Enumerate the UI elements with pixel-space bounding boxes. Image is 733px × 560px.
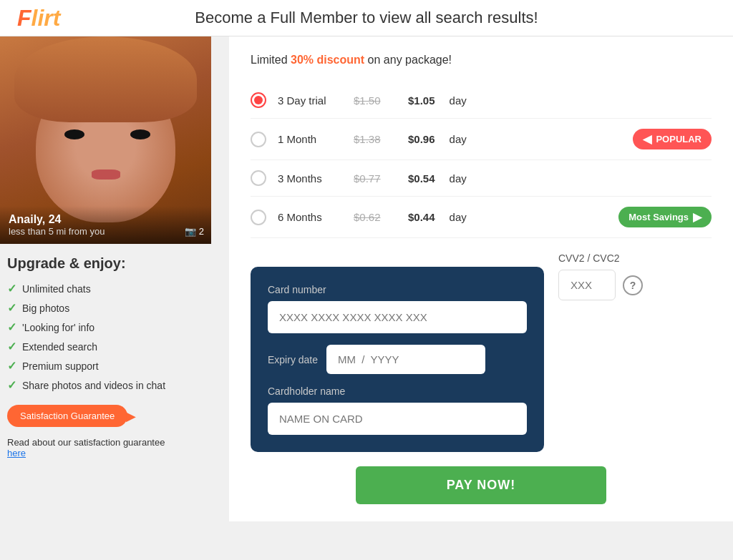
cvv-help-icon[interactable]: ? (623, 275, 643, 295)
plan-name-6months: 6 Months (278, 211, 342, 223)
plan-name-3day: 3 Day trial (278, 94, 342, 107)
page-header: Flirt Become a Full Member to view all s… (0, 0, 733, 36)
logo-f: F (17, 5, 31, 31)
discount-highlight: 30% discount (291, 54, 364, 66)
list-item: ✓Unlimited chats (7, 282, 222, 295)
cardholder-input[interactable] (268, 403, 527, 435)
cvv-label: CVV2 / CVC2 (558, 252, 643, 264)
expiry-row: Expiry date (268, 345, 527, 374)
plan-original-1month: $1.38 (354, 133, 397, 145)
plan-price-1month: $0.96 (408, 133, 435, 145)
plan-row-1month: 1 Month $1.38 $0.96 day POPULAR (251, 119, 712, 160)
plan-radio-3months[interactable] (251, 170, 266, 186)
page-title: Become a Full Member to view all search … (195, 9, 538, 27)
popular-badge: POPULAR (633, 129, 712, 149)
check-icon: ✓ (7, 378, 16, 392)
feature-list: ✓Unlimited chats ✓Big photos ✓'Looking f… (7, 282, 222, 392)
plan-radio-3day[interactable] (251, 92, 266, 108)
plan-original-6months: $0.62 (354, 211, 397, 223)
plan-unit-6months: day (450, 211, 467, 223)
plan-radio-1month[interactable] (251, 132, 266, 147)
plan-unit-1month: day (450, 133, 467, 145)
discount-banner: Limited 30% discount on any package! (251, 54, 712, 67)
camera-icon: 📷 (185, 226, 196, 237)
guarantee-text: Read about our satisfaction guarantee he… (7, 437, 222, 458)
profile-overlay: Anaily, 24 less than 5 mi from you (0, 206, 211, 244)
check-icon: ✓ (7, 320, 16, 334)
plan-unit-3day: day (450, 94, 467, 107)
card-number-input[interactable] (268, 301, 527, 333)
satisfaction-guarantee-button[interactable]: Satisfaction Guarantee (7, 405, 127, 427)
right-panel: Limited 30% discount on any package! 3 D… (229, 36, 733, 521)
sidebar: Anaily, 24 less than 5 mi from you 📷 2 U… (0, 36, 229, 521)
guarantee-link[interactable]: here (7, 448, 26, 458)
radio-inner (254, 96, 263, 104)
pay-now-button[interactable]: PAY NOW! (356, 466, 606, 504)
check-icon: ✓ (7, 282, 16, 295)
plan-name-1month: 1 Month (278, 133, 342, 145)
main-layout: Anaily, 24 less than 5 mi from you 📷 2 U… (0, 36, 733, 521)
plan-price-3months: $0.54 (408, 172, 435, 185)
profile-card: Anaily, 24 less than 5 mi from you 📷 2 (0, 36, 211, 244)
photo-count: 📷 2 (185, 226, 204, 237)
plan-row-3day: 3 Day trial $1.50 $1.05 day (251, 82, 712, 119)
cvv-row: ? (558, 270, 643, 300)
plan-price-6months: $0.44 (408, 211, 435, 223)
cvv-section: CVV2 / CVC2 ? (558, 252, 643, 300)
upgrade-section: Upgrade & enjoy: ✓Unlimited chats ✓Big p… (0, 244, 229, 466)
check-icon: ✓ (7, 340, 16, 353)
check-icon: ✓ (7, 301, 16, 315)
plan-unit-3months: day (450, 172, 467, 185)
list-item: ✓Big photos (7, 301, 222, 315)
list-item: ✓'Looking for' info (7, 320, 222, 334)
plan-original-3months: $0.77 (354, 172, 397, 185)
savings-badge: Most Savings (618, 207, 712, 227)
logo-lirt: lirt (31, 5, 61, 31)
plan-row-3months: 3 Months $0.77 $0.54 day (251, 160, 712, 197)
logo: Flirt (17, 5, 60, 31)
list-item: ✓Extended search (7, 340, 222, 353)
plan-original-3day: $1.50 (354, 94, 397, 107)
profile-distance: less than 5 mi from you (9, 226, 203, 237)
profile-name: Anaily, 24 (9, 213, 203, 226)
cvv-input[interactable] (558, 270, 616, 300)
plan-row-6months: 6 Months $0.62 $0.44 day Most Savings (251, 197, 712, 238)
plan-radio-6months[interactable] (251, 210, 266, 225)
payment-form: Card number Expiry date Cardholder name (251, 267, 544, 452)
plan-name-3months: 3 Months (278, 172, 342, 185)
check-icon: ✓ (7, 359, 16, 373)
list-item: ✓Premium support (7, 359, 222, 373)
plan-price-3day: $1.05 (408, 94, 435, 107)
upgrade-title: Upgrade & enjoy: (7, 255, 222, 272)
content-area: Limited 30% discount on any package! 3 D… (229, 36, 733, 521)
list-item: ✓Share photos and videos in chat (7, 378, 222, 392)
expiry-label: Expiry date (268, 354, 318, 365)
cardholder-label: Cardholder name (268, 385, 527, 397)
expiry-input[interactable] (326, 345, 485, 374)
card-number-label: Card number (268, 284, 527, 295)
